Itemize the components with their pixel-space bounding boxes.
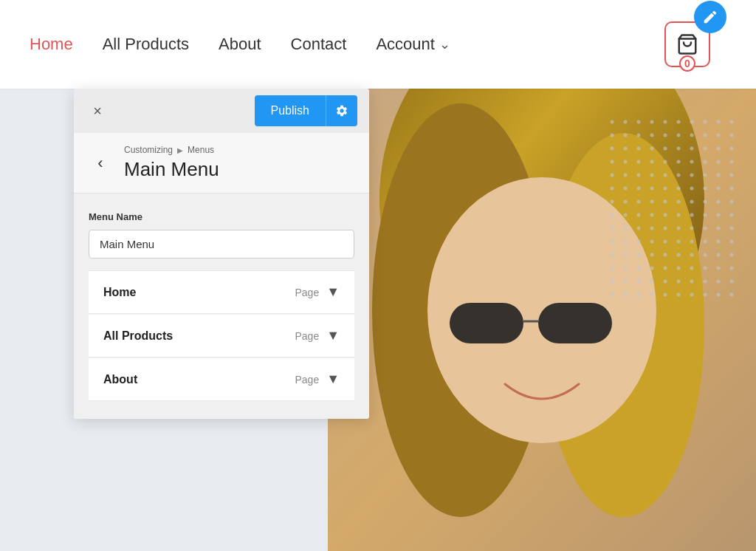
customizer-topbar: × Publish [74, 89, 369, 133]
edit-button[interactable] [694, 1, 726, 33]
nav-item-about[interactable]: About [219, 35, 261, 54]
cart-area: 0 [664, 21, 726, 67]
back-button[interactable]: ‹ [89, 151, 112, 175]
menu-item-type: Page [295, 374, 319, 386]
menu-item-right: Page ▼ [295, 284, 340, 300]
menu-item-label: Home [103, 286, 136, 299]
page-title: Main Menu [124, 158, 219, 181]
gear-icon [335, 104, 348, 117]
menu-item-type: Page [295, 330, 319, 342]
cart-icon [676, 33, 698, 55]
menu-item-row[interactable]: Home Page ▼ [89, 270, 354, 314]
menu-item-right: Page ▼ [295, 372, 340, 387]
menu-content: Menu Name Home Page ▼ All Products Page … [74, 194, 369, 419]
customizer-panel: × Publish ‹ Customizing ▶ Menus Main Men [74, 89, 369, 419]
breadcrumb-parent: Customizing [124, 145, 173, 155]
hero-photo [328, 89, 756, 551]
svg-rect-10 [608, 118, 741, 303]
nav-item-contact[interactable]: Contact [291, 35, 347, 54]
photo-placeholder [328, 89, 756, 551]
main-content: × Publish ‹ Customizing ▶ Menus Main Men [0, 89, 756, 551]
menu-name-label: Menu Name [89, 211, 354, 222]
svg-rect-6 [450, 303, 523, 343]
menu-item-type: Page [295, 287, 319, 298]
chevron-down-icon: ▼ [326, 372, 340, 387]
cart-count-badge: 0 [679, 55, 695, 72]
publish-area: Publish [255, 95, 357, 126]
menu-item-row[interactable]: About Page ▼ [89, 358, 354, 401]
menu-item-label: About [103, 373, 137, 386]
menu-item-label: All Products [103, 329, 173, 343]
nav-bar: Home All Products About Contact Account … [0, 0, 756, 89]
chevron-down-icon: ▼ [326, 328, 340, 343]
customizer-breadcrumb: ‹ Customizing ▶ Menus Main Menu [74, 133, 369, 194]
pencil-icon [702, 9, 718, 25]
breadcrumb-arrow-icon: ▶ [177, 146, 183, 154]
publish-button[interactable]: Publish [255, 95, 326, 126]
menu-item-row[interactable]: All Products Page ▼ [89, 315, 354, 357]
chevron-down-icon: ▼ [326, 284, 340, 300]
breadcrumb-trail: Customizing ▶ Menus [124, 145, 219, 155]
menu-items-list: Home Page ▼ All Products Page ▼ About [89, 270, 354, 401]
menu-name-input[interactable] [89, 230, 354, 259]
breadcrumb-content: Customizing ▶ Menus Main Menu [124, 145, 219, 181]
chevron-down-icon: ⌄ [439, 36, 450, 52]
menu-item-right: Page ▼ [295, 328, 340, 343]
nav-item-all-products[interactable]: All Products [103, 35, 189, 54]
breadcrumb-current: Menus [188, 145, 214, 155]
nav-item-account[interactable]: Account ⌄ [376, 35, 450, 54]
close-button[interactable]: × [86, 99, 109, 123]
svg-rect-7 [538, 303, 612, 343]
dot-pattern [608, 118, 741, 303]
publish-settings-button[interactable] [326, 95, 357, 126]
nav-item-home[interactable]: Home [30, 35, 73, 54]
